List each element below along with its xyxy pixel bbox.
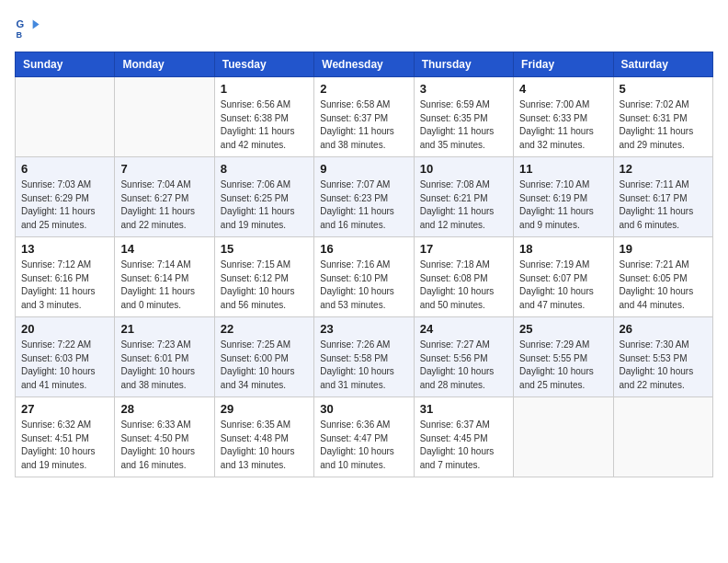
day-number: 31 <box>420 402 507 416</box>
day-info: Sunrise: 7:11 AM Sunset: 6:17 PM Dayligh… <box>620 178 707 232</box>
day-info: Sunrise: 7:21 AM Sunset: 6:05 PM Dayligh… <box>620 259 707 312</box>
weekday-header: Saturday <box>613 52 712 77</box>
calendar-cell: 8Sunrise: 7:06 AM Sunset: 6:25 PM Daylig… <box>214 157 313 237</box>
calendar-cell: 22Sunrise: 7:25 AM Sunset: 6:00 PM Dayli… <box>214 317 313 397</box>
day-number: 6 <box>21 162 108 176</box>
day-number: 29 <box>221 402 308 416</box>
day-info: Sunrise: 6:36 AM Sunset: 4:47 PM Dayligh… <box>320 419 407 472</box>
day-info: Sunrise: 7:18 AM Sunset: 6:08 PM Dayligh… <box>420 259 507 312</box>
day-number: 7 <box>120 162 208 176</box>
day-info: Sunrise: 7:22 AM Sunset: 6:03 PM Dayligh… <box>21 339 108 392</box>
day-number: 26 <box>620 322 707 336</box>
calendar-cell <box>16 77 115 157</box>
logo: G B <box>15 15 44 40</box>
day-info: Sunrise: 7:30 AM Sunset: 5:53 PM Dayligh… <box>620 339 707 392</box>
day-number: 28 <box>120 402 208 416</box>
day-info: Sunrise: 6:59 AM Sunset: 6:35 PM Dayligh… <box>420 98 507 152</box>
day-info: Sunrise: 7:16 AM Sunset: 6:10 PM Dayligh… <box>320 259 407 312</box>
svg-text:B: B <box>16 30 22 40</box>
calendar-cell: 7Sunrise: 7:04 AM Sunset: 6:27 PM Daylig… <box>115 157 214 237</box>
calendar-cell: 23Sunrise: 7:26 AM Sunset: 5:58 PM Dayli… <box>314 317 414 397</box>
calendar-cell: 25Sunrise: 7:29 AM Sunset: 5:55 PM Dayli… <box>514 317 613 397</box>
day-info: Sunrise: 7:12 AM Sunset: 6:16 PM Dayligh… <box>21 259 108 312</box>
day-number: 1 <box>221 82 308 96</box>
svg-marker-2 <box>33 20 40 29</box>
calendar-week-row: 6Sunrise: 7:03 AM Sunset: 6:29 PM Daylig… <box>16 157 713 237</box>
calendar-cell: 20Sunrise: 7:22 AM Sunset: 6:03 PM Dayli… <box>16 317 115 397</box>
day-info: Sunrise: 7:27 AM Sunset: 5:56 PM Dayligh… <box>420 339 507 392</box>
calendar-cell: 4Sunrise: 7:00 AM Sunset: 6:33 PM Daylig… <box>514 77 613 157</box>
day-number: 12 <box>620 162 707 176</box>
day-number: 19 <box>620 242 707 256</box>
day-number: 24 <box>420 322 507 336</box>
calendar-cell: 21Sunrise: 7:23 AM Sunset: 6:01 PM Dayli… <box>115 317 214 397</box>
weekday-header: Tuesday <box>214 52 313 77</box>
svg-text:G: G <box>16 18 24 29</box>
day-info: Sunrise: 6:33 AM Sunset: 4:50 PM Dayligh… <box>120 419 208 472</box>
calendar-cell: 14Sunrise: 7:14 AM Sunset: 6:14 PM Dayli… <box>115 237 214 317</box>
calendar-cell: 27Sunrise: 6:32 AM Sunset: 4:51 PM Dayli… <box>16 397 115 477</box>
day-number: 3 <box>420 82 507 96</box>
weekday-header: Friday <box>514 52 613 77</box>
calendar-cell: 10Sunrise: 7:08 AM Sunset: 6:21 PM Dayli… <box>414 157 513 237</box>
weekday-header: Thursday <box>414 52 513 77</box>
day-info: Sunrise: 7:29 AM Sunset: 5:55 PM Dayligh… <box>519 339 607 392</box>
day-number: 23 <box>320 322 407 336</box>
weekday-header-row: SundayMondayTuesdayWednesdayThursdayFrid… <box>16 52 713 77</box>
day-info: Sunrise: 7:04 AM Sunset: 6:27 PM Dayligh… <box>120 178 208 232</box>
weekday-header: Sunday <box>16 52 115 77</box>
weekday-header: Wednesday <box>314 52 414 77</box>
day-number: 10 <box>420 162 507 176</box>
day-info: Sunrise: 6:58 AM Sunset: 6:37 PM Dayligh… <box>320 98 407 152</box>
calendar-cell: 24Sunrise: 7:27 AM Sunset: 5:56 PM Dayli… <box>414 317 513 397</box>
day-number: 16 <box>320 242 407 256</box>
day-number: 14 <box>120 242 208 256</box>
day-number: 4 <box>519 82 607 96</box>
day-number: 18 <box>519 242 607 256</box>
logo-icon: G B <box>15 15 40 40</box>
day-number: 5 <box>620 82 707 96</box>
day-info: Sunrise: 6:32 AM Sunset: 4:51 PM Dayligh… <box>21 419 108 472</box>
calendar-cell: 30Sunrise: 6:36 AM Sunset: 4:47 PM Dayli… <box>314 397 414 477</box>
day-info: Sunrise: 7:07 AM Sunset: 6:23 PM Dayligh… <box>320 178 407 232</box>
calendar-cell: 29Sunrise: 6:35 AM Sunset: 4:48 PM Dayli… <box>214 397 313 477</box>
page-header: G B <box>15 15 713 40</box>
day-number: 17 <box>420 242 507 256</box>
day-number: 2 <box>320 82 407 96</box>
day-info: Sunrise: 7:23 AM Sunset: 6:01 PM Dayligh… <box>120 339 208 392</box>
day-number: 9 <box>320 162 407 176</box>
day-info: Sunrise: 7:00 AM Sunset: 6:33 PM Dayligh… <box>519 98 607 152</box>
calendar-cell: 26Sunrise: 7:30 AM Sunset: 5:53 PM Dayli… <box>613 317 712 397</box>
day-info: Sunrise: 7:25 AM Sunset: 6:00 PM Dayligh… <box>221 339 308 392</box>
calendar-cell: 1Sunrise: 6:56 AM Sunset: 6:38 PM Daylig… <box>214 77 313 157</box>
day-info: Sunrise: 7:02 AM Sunset: 6:31 PM Dayligh… <box>620 98 707 152</box>
weekday-header: Monday <box>115 52 214 77</box>
calendar-cell: 16Sunrise: 7:16 AM Sunset: 6:10 PM Dayli… <box>314 237 414 317</box>
day-number: 11 <box>519 162 607 176</box>
calendar-week-row: 20Sunrise: 7:22 AM Sunset: 6:03 PM Dayli… <box>16 317 713 397</box>
calendar-cell: 2Sunrise: 6:58 AM Sunset: 6:37 PM Daylig… <box>314 77 414 157</box>
calendar-cell: 17Sunrise: 7:18 AM Sunset: 6:08 PM Dayli… <box>414 237 513 317</box>
calendar-cell: 3Sunrise: 6:59 AM Sunset: 6:35 PM Daylig… <box>414 77 513 157</box>
day-number: 20 <box>21 322 108 336</box>
day-number: 30 <box>320 402 407 416</box>
day-info: Sunrise: 6:35 AM Sunset: 4:48 PM Dayligh… <box>221 419 308 472</box>
calendar-week-row: 1Sunrise: 6:56 AM Sunset: 6:38 PM Daylig… <box>16 77 713 157</box>
day-number: 21 <box>120 322 208 336</box>
day-info: Sunrise: 7:14 AM Sunset: 6:14 PM Dayligh… <box>120 259 208 312</box>
calendar-week-row: 13Sunrise: 7:12 AM Sunset: 6:16 PM Dayli… <box>16 237 713 317</box>
calendar-cell: 9Sunrise: 7:07 AM Sunset: 6:23 PM Daylig… <box>314 157 414 237</box>
calendar-cell: 5Sunrise: 7:02 AM Sunset: 6:31 PM Daylig… <box>613 77 712 157</box>
calendar-cell: 31Sunrise: 6:37 AM Sunset: 4:45 PM Dayli… <box>414 397 513 477</box>
day-number: 15 <box>221 242 308 256</box>
calendar-cell: 6Sunrise: 7:03 AM Sunset: 6:29 PM Daylig… <box>16 157 115 237</box>
day-info: Sunrise: 7:19 AM Sunset: 6:07 PM Dayligh… <box>519 259 607 312</box>
day-number: 8 <box>221 162 308 176</box>
day-number: 25 <box>519 322 607 336</box>
day-info: Sunrise: 7:10 AM Sunset: 6:19 PM Dayligh… <box>519 178 607 232</box>
calendar-cell: 28Sunrise: 6:33 AM Sunset: 4:50 PM Dayli… <box>115 397 214 477</box>
calendar-cell: 18Sunrise: 7:19 AM Sunset: 6:07 PM Dayli… <box>514 237 613 317</box>
day-info: Sunrise: 7:26 AM Sunset: 5:58 PM Dayligh… <box>320 339 407 392</box>
calendar-week-row: 27Sunrise: 6:32 AM Sunset: 4:51 PM Dayli… <box>16 397 713 477</box>
day-info: Sunrise: 7:03 AM Sunset: 6:29 PM Dayligh… <box>21 178 108 232</box>
